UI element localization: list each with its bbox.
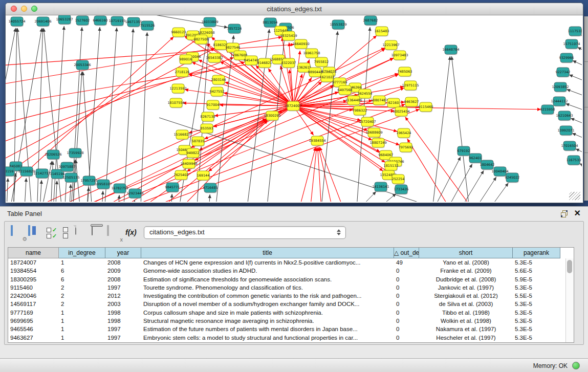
table-cell[interactable]: 5.3E-5 [513, 283, 560, 292]
graph-node[interactable]: 12505135 [62, 173, 79, 183]
table-cell[interactable]: 1998 [105, 309, 141, 317]
graph-node[interactable]: 853593 [201, 124, 213, 134]
graph-node[interactable]: 18325419 [280, 31, 297, 41]
table-cell[interactable]: 2 [59, 283, 105, 292]
graph-node[interactable]: 10958107 [95, 180, 112, 190]
graph-edge[interactable] [420, 157, 461, 202]
table-cell[interactable]: 1997 [105, 283, 141, 292]
table-cell[interactable]: Corpus callosum shape and size in male p… [141, 309, 394, 317]
table-cell[interactable]: 1 [59, 334, 105, 342]
table-cell[interactable]: 5.3E-5 [513, 334, 560, 342]
table-cell[interactable]: 5.3E-5 [513, 300, 560, 308]
graph-node[interactable]: 679192 [458, 146, 470, 157]
table-cell[interactable]: 1 [59, 325, 105, 333]
graph-node[interactable]: 20206526 [45, 150, 61, 160]
table-cell[interactable]: 9115460 [8, 283, 59, 292]
graph-node[interactable]: 1733426 [394, 185, 409, 195]
graph-node[interactable]: 10653287 [56, 15, 73, 25]
graph-node[interactable]: 12093852 [552, 82, 569, 93]
graph-edge[interactable] [6, 57, 234, 148]
graph-edge[interactable] [36, 161, 53, 202]
graph-edge[interactable] [470, 183, 508, 202]
table-cell[interactable]: 2008 [105, 275, 141, 283]
graph-node[interactable]: 10719155 [108, 16, 125, 27]
table-row[interactable]: 1938455462009Genome-wide association stu… [8, 267, 566, 275]
network-canvas[interactable]: 1872400718300295193845541405572420691406… [6, 15, 582, 202]
graph-node[interactable]: 15751074 [563, 39, 580, 50]
table-cell[interactable]: Tibbo et al. (1998) [419, 309, 513, 317]
table-cell[interactable]: 9465546 [8, 325, 59, 333]
table-cell[interactable]: Stergiakouli et al. (2012) [419, 292, 513, 300]
table-cell[interactable]: 5.3E-5 [513, 309, 560, 317]
graph-node[interactable]: 12213593 [169, 84, 186, 94]
table-row[interactable]: 1830029562008Estimation of significance … [8, 275, 566, 283]
table-cell[interactable]: 5.3E-5 [513, 325, 560, 333]
table-cell[interactable]: Embryonic stem cells: a model to study s… [141, 334, 394, 342]
table-cell[interactable]: 2003 [105, 300, 141, 308]
graph-node[interactable]: 33159 [6, 167, 15, 177]
graph-node[interactable]: 1965424 [397, 128, 411, 139]
column-header-year[interactable]: year [105, 248, 141, 258]
graph-node[interactable]: 9845771 [165, 183, 180, 193]
graph-node[interactable]: 9215958 [540, 105, 555, 115]
graph-node[interactable]: 2718126 [175, 68, 190, 78]
graph-node[interactable]: 30975887 [58, 162, 75, 172]
graph-node[interactable]: 16648784 [442, 45, 459, 55]
table-cell[interactable]: 18724007 [8, 258, 59, 267]
graph-node[interactable]: 962401 [469, 154, 482, 164]
table-cell[interactable]: 1 [59, 317, 105, 325]
table-cell[interactable]: 0 [394, 300, 419, 308]
graph-node[interactable]: 12156829 [18, 167, 35, 177]
graph-node[interactable]: 16543382 [206, 53, 223, 63]
column-chooser-button[interactable] [28, 226, 41, 239]
table-cell[interactable]: 6 [59, 275, 105, 283]
graph-node[interactable]: 587835 [192, 137, 205, 147]
table-cell[interactable]: Franke et al. (2009) [419, 267, 513, 275]
graph-edge[interactable] [85, 27, 101, 202]
table-cell[interactable]: 1997 [105, 334, 141, 342]
graph-edge[interactable] [26, 119, 266, 202]
table-cell[interactable]: 19384554 [8, 267, 59, 275]
graph-node[interactable]: 10807487 [371, 96, 387, 106]
table-cell[interactable]: Estimation of the future numbers of pati… [141, 325, 394, 333]
graph-edge[interactable] [567, 89, 582, 101]
graph-node[interactable]: 9660123 [171, 28, 186, 38]
column-header-pagerank[interactable]: pagerank [513, 248, 560, 258]
graph-edge[interactable] [100, 191, 104, 202]
scrollbar-thumb[interactable] [567, 260, 572, 273]
graph-node[interactable]: 18107554 [167, 98, 184, 108]
graph-node[interactable]: 12923448 [126, 189, 143, 199]
graph-node[interactable]: 1527602 [75, 16, 90, 26]
table-cell[interactable]: 2 [59, 292, 105, 300]
graph-node[interactable]: 1117533 [568, 27, 582, 37]
graph-node[interactable]: 16210643 [556, 111, 573, 121]
graph-edge[interactable] [579, 163, 582, 174]
table-cell[interactable]: Estimation of significance thresholds fo… [141, 275, 394, 283]
graph-node[interactable]: 20053346 [74, 60, 91, 71]
graph-edge[interactable] [318, 147, 338, 202]
graph-node[interactable]: 10688609 [365, 128, 382, 138]
graph-node[interactable]: 15720407 [359, 117, 376, 127]
graph-node[interactable]: 18300295 [264, 111, 280, 121]
table-cell[interactable]: 0 [394, 317, 419, 325]
graph-node[interactable]: 6497568 [338, 85, 353, 96]
graph-edge[interactable] [6, 178, 9, 202]
delete-table-button[interactable] [92, 226, 105, 239]
table-cell[interactable]: Nakamura et al. (1997) [419, 325, 513, 333]
table-cell[interactable]: 14569117 [8, 300, 59, 308]
close-window-button[interactable] [11, 6, 17, 12]
minimize-window-button[interactable] [21, 6, 27, 12]
table-cell[interactable]: 0 [394, 325, 419, 333]
table-cell[interactable]: 22420046 [8, 292, 59, 300]
graph-node[interactable]: 9716485 [203, 183, 218, 193]
network-window[interactable]: citations_edges.txt 18724007183002951938… [5, 3, 583, 203]
graph-node[interactable]: 21364486 [345, 96, 362, 106]
graph-node[interactable]: 20691406 [34, 17, 51, 27]
graph-node[interactable]: 8454749 [244, 56, 259, 66]
graph-node[interactable]: 12142737 [33, 169, 50, 179]
table-cell[interactable]: 1997 [105, 325, 141, 333]
graph-node[interactable]: 1804642 [480, 160, 495, 170]
table-cell[interactable]: 1 [59, 309, 105, 317]
graph-node[interactable]: 8322037 [281, 58, 296, 69]
network-window-titlebar[interactable]: citations_edges.txt [6, 3, 583, 15]
